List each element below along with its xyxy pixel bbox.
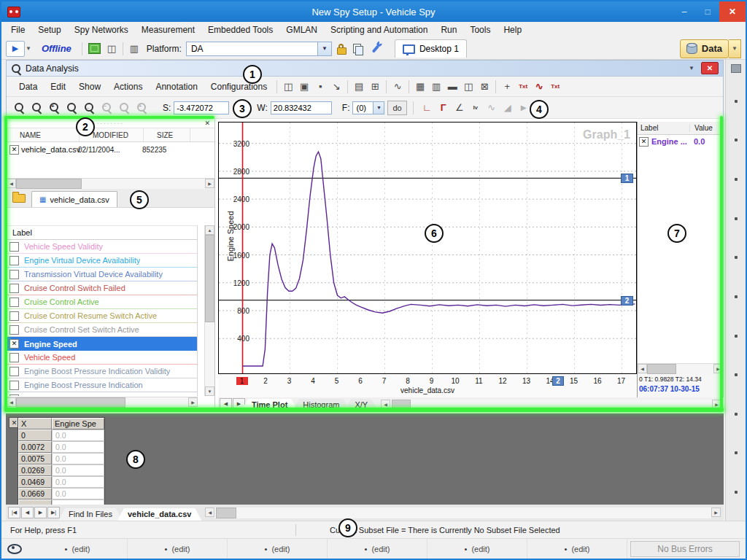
scroll-left-icon[interactable]: ◀ <box>7 397 16 407</box>
menu-item-measurement[interactable]: Measurement <box>135 22 201 38</box>
menu-item-embedded-tools[interactable]: Embedded Tools <box>201 22 279 38</box>
bottom-tab-find-in-files[interactable]: Find In Files <box>58 508 123 521</box>
scroll-left-icon[interactable]: ◀ <box>7 179 16 188</box>
edit-slot-2[interactable]: •(edit) <box>128 539 228 559</box>
probe-cursor-icon[interactable]: + <box>499 79 515 95</box>
marker-badge-2[interactable]: 2 <box>621 296 633 306</box>
frame-select[interactable]: (0) ▼ <box>352 101 384 114</box>
lock-icon[interactable] <box>337 47 347 55</box>
signal-horizontal-scrollbar[interactable]: ◀ ▶ <box>7 397 198 408</box>
value-horizontal-scrollbar[interactable]: ◀ ▶ <box>638 363 723 374</box>
zoom-out-icon[interactable]: − <box>98 100 115 116</box>
marker-badge-1[interactable]: 1 <box>621 174 633 183</box>
scroll-right-icon[interactable]: ▶ <box>188 397 198 407</box>
signal-checkbox[interactable] <box>9 270 19 279</box>
dock-dot[interactable] <box>735 217 738 220</box>
eye-icon[interactable] <box>7 544 22 554</box>
dock-dot[interactable] <box>735 451 738 454</box>
menu-item-spy-networks[interactable]: Spy Networks <box>68 22 135 38</box>
dock-pin-icon[interactable] <box>731 64 741 73</box>
platform-dropdown-icon[interactable]: ▼ <box>317 42 331 55</box>
platform-editor-icon[interactable]: ▥ <box>126 41 142 57</box>
edit-slot-6[interactable]: •(edit) <box>527 539 627 559</box>
menu-item-file[interactable]: File <box>4 22 31 38</box>
dock-dot[interactable] <box>735 139 738 141</box>
signal-vertical-scrollbar[interactable]: ▲ ▼ <box>204 225 214 396</box>
signal-row-engine-boost-pressure-indication-validity[interactable]: Engine Boost Pressure Indication Validit… <box>7 365 197 378</box>
table-row[interactable]: 0.04690.0 <box>18 476 104 488</box>
zoom-previous-icon[interactable] <box>116 100 132 116</box>
data-dropdown-icon[interactable]: ▼ <box>729 39 741 58</box>
zoom-full-icon[interactable] <box>63 100 80 116</box>
value-col-label[interactable]: Label <box>638 124 690 132</box>
scrollbar-track[interactable] <box>214 508 711 518</box>
dock-dot[interactable] <box>735 256 738 259</box>
scroll-left-icon[interactable]: ◀ <box>205 508 214 517</box>
value-row[interactable]: ✕Engine ...0.0 <box>638 135 723 148</box>
da-menu-edit[interactable]: Edit <box>44 77 72 96</box>
da-menu-actions[interactable]: Actions <box>107 77 149 96</box>
scroll-up-icon[interactable]: ▲ <box>205 225 214 235</box>
bottom-tab-vehicle-data-csv[interactable]: vehicle_data.csv <box>117 508 201 521</box>
axis-fit-icon[interactable]: Γ <box>436 100 452 116</box>
menu-item-help[interactable]: Help <box>497 22 528 38</box>
table-col-x[interactable]: X <box>18 418 52 429</box>
dock-dot[interactable] <box>735 373 738 376</box>
wave-export-icon[interactable]: ∿ <box>531 79 547 95</box>
zoom-in-icon[interactable]: + <box>46 100 62 116</box>
data-button[interactable]: Data <box>680 39 729 58</box>
edit-slot-1[interactable]: •(edit) <box>28 539 128 559</box>
width-input[interactable] <box>271 101 332 114</box>
signal-row-transmission-virtual-device-availability[interactable]: Transmission Virtual Device Availability <box>7 268 197 281</box>
panel-drag-handle[interactable]: ········ ✕ <box>7 119 214 128</box>
da-menu-data[interactable]: Data <box>12 77 44 96</box>
da-menu-annotation[interactable]: Annotation <box>149 77 204 96</box>
frame-dropdown-icon[interactable]: ▼ <box>373 102 384 114</box>
signal-checkbox[interactable] <box>9 394 19 397</box>
signal-row-partial[interactable] <box>7 392 197 396</box>
tabs-scroll-left-icon[interactable]: ◀ <box>220 398 232 410</box>
signal-checkbox[interactable] <box>9 256 19 265</box>
wave-tool-icon[interactable]: ∿ <box>484 100 500 116</box>
signal-checkbox[interactable] <box>9 242 19 252</box>
hardware-board-icon[interactable] <box>85 41 104 57</box>
table-row[interactable]: 0.06690.0 <box>18 488 104 499</box>
bottom-horizontal-scrollbar[interactable]: ◀ ▶ <box>205 508 721 518</box>
nav-first-icon[interactable]: |◀ <box>8 507 20 518</box>
export-x-txt-icon[interactable]: Txt <box>515 79 531 95</box>
start-input[interactable] <box>174 101 229 114</box>
nav-prev-icon[interactable]: ◀ <box>21 507 34 518</box>
open-folder-button[interactable] <box>9 191 28 206</box>
menu-item-scripting-and-automation[interactable]: Scripting and Automation <box>324 22 434 38</box>
nav-last-icon[interactable]: ▶| <box>47 507 60 518</box>
file-col-name[interactable]: NAME <box>7 128 80 141</box>
table-row[interactable]: 0.00750.0 <box>18 453 104 464</box>
table-row[interactable]: 0.00720.0 <box>18 441 104 453</box>
data-analysis-header[interactable]: Data Analysis ▼ ✕ <box>7 61 723 77</box>
scroll-down-icon[interactable]: ▼ <box>205 386 214 396</box>
iv-cursor-icon[interactable]: Iv <box>468 100 484 116</box>
panel-dropdown-icon[interactable]: ▼ <box>685 65 698 71</box>
scrollbar-track[interactable] <box>16 179 205 189</box>
signal-checkbox[interactable] <box>9 298 19 307</box>
dock-dot[interactable] <box>735 100 738 103</box>
scrollbar-track[interactable] <box>390 400 712 411</box>
signal-row-cruise-control-set-switch-active[interactable]: Cruise Control Set Switch Active <box>7 323 197 337</box>
file-horizontal-scrollbar[interactable]: ◀ ▶ <box>7 178 214 189</box>
menu-item-gmlan[interactable]: GMLAN <box>279 22 324 38</box>
wrench-icon[interactable] <box>371 44 379 53</box>
do-button[interactable]: do <box>387 101 406 115</box>
edit-slot-5[interactable]: •(edit) <box>427 539 527 559</box>
da-menu-show[interactable]: Show <box>72 77 107 96</box>
scroll-left-icon[interactable]: ◀ <box>638 364 647 373</box>
zoom-next-icon[interactable]: + <box>133 100 150 116</box>
cursor2-badge[interactable]: 2 <box>552 376 564 386</box>
signal-row-cruise-control-switch-failed[interactable]: Cruise Control Switch Failed <box>7 281 197 295</box>
axis-manual-icon[interactable]: ∠ <box>452 100 468 116</box>
signal-trace-icon[interactable]: ∿ <box>390 79 406 95</box>
copy-icon[interactable]: ⊞ <box>367 79 383 95</box>
tab-desktop-1[interactable]: Desktop 1 <box>395 39 467 58</box>
file-tab-vehicle-data[interactable]: ▦ vehicle_data.csv <box>31 191 117 207</box>
da-menu-configurations[interactable]: Configurations <box>204 77 274 96</box>
signal-row-cruise-control-active[interactable]: Cruise Control Active <box>7 295 197 309</box>
